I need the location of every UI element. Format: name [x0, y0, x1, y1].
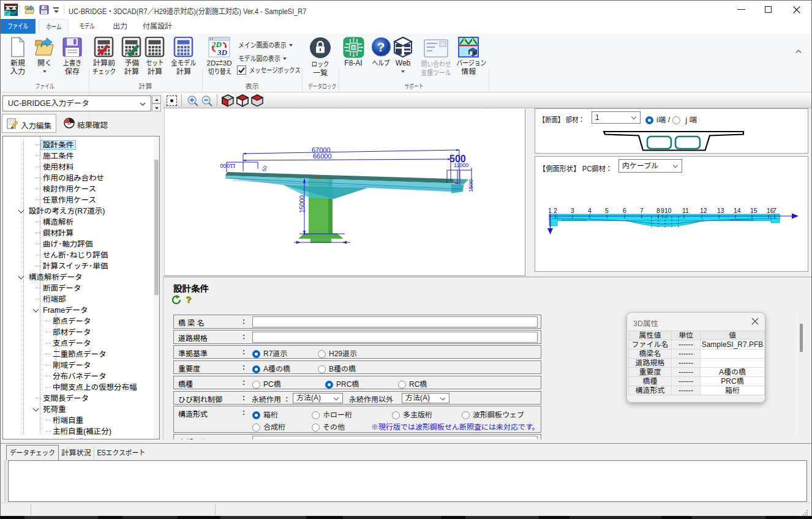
svg-text:12: 12 [700, 207, 707, 214]
svg-text:3D: 3D [217, 48, 228, 57]
svg-text:2: 2 [554, 207, 557, 214]
svg-text:6: 6 [623, 207, 626, 214]
svg-text:11: 11 [682, 207, 689, 214]
svg-text:AI: AI [351, 45, 356, 50]
svg-text:1: 1 [548, 207, 552, 214]
svg-text:1500: 1500 [467, 179, 474, 192]
svg-text:7: 7 [773, 207, 776, 214]
svg-text:7: 7 [640, 207, 644, 214]
svg-text:3: 3 [571, 207, 574, 214]
svg-text:50: 50 [261, 165, 268, 172]
svg-text:11000: 11000 [454, 162, 468, 168]
svg-text:15: 15 [750, 207, 757, 214]
svg-text:10: 10 [664, 207, 672, 214]
svg-text:13: 13 [717, 207, 724, 214]
svg-text:?: ? [377, 40, 385, 54]
svg-text:15000: 15000 [298, 195, 306, 213]
svg-text:14: 14 [734, 207, 741, 214]
svg-text:4: 4 [588, 207, 592, 214]
svg-text:66000: 66000 [313, 152, 332, 160]
svg-text:8: 8 [656, 207, 660, 214]
svg-text:11000: 11000 [220, 163, 236, 170]
svg-text:5: 5 [605, 207, 609, 214]
